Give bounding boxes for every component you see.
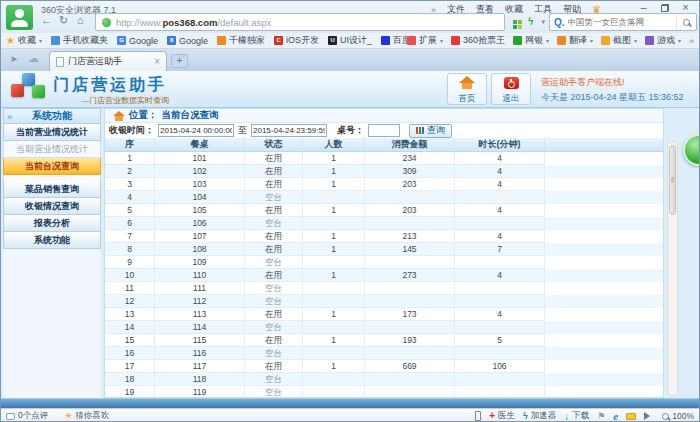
table-cell: 1	[105, 152, 155, 165]
sidebar-item-4[interactable]: 菜品销售查询	[3, 181, 101, 198]
status-left-1[interactable]: 猜你喜欢	[64, 410, 109, 422]
search-button[interactable]	[676, 14, 696, 30]
time-to-input[interactable]	[251, 124, 327, 137]
bookmark-label: 百度	[393, 34, 407, 47]
browser-titlebar: 360安全浏览器 7.1 » 文件查看收藏工具帮助 ♛ – × ← ↻ ⌂ ht…	[1, 1, 699, 33]
table-cell: 8	[105, 243, 155, 256]
table-cell	[365, 256, 455, 269]
toolbar-item-5[interactable]: 游戏▾	[645, 34, 681, 47]
tab-close-icon[interactable]: ×	[154, 56, 160, 67]
floating-ball-icon[interactable]	[683, 134, 700, 166]
table-cell: 14	[105, 321, 155, 334]
new-tab-button[interactable]: +	[171, 54, 188, 68]
apps-grid-icon[interactable]	[513, 20, 517, 24]
app-subtitle: ---门店营业数据实时查询	[81, 95, 169, 106]
scrollbar-thumb[interactable]	[669, 145, 676, 215]
sidebar-item-0[interactable]: 当前营业情况统计	[3, 124, 101, 141]
sidebar-item-1[interactable]: 当期营业情况统计	[3, 141, 101, 158]
toolbar-item-3[interactable]: 翻译▾	[557, 34, 593, 47]
table-row: 10110在用12734	[105, 269, 663, 282]
bookmark-0[interactable]: ★收藏▾	[6, 34, 42, 47]
table-cell: 在用	[245, 334, 303, 347]
search-engine-icon[interactable]: Q.	[554, 17, 565, 28]
table-cell: 173	[365, 308, 455, 321]
sidebar-item-7[interactable]: 系统功能	[3, 232, 101, 249]
bookmark-2[interactable]: GGoogle	[117, 36, 158, 46]
table-cell: 空台	[245, 256, 303, 269]
ticket-favicon	[451, 36, 460, 45]
table-cell: 110	[155, 269, 245, 282]
tab-store-assistant[interactable]: 门店营运助手 ×	[49, 51, 167, 71]
bookmark-3[interactable]: 8Google	[167, 36, 208, 46]
bookmark-5[interactable]: CiOS开发	[274, 34, 319, 47]
collapse-sidebar-icon[interactable]: »	[7, 110, 12, 124]
table-cell: 4	[455, 165, 545, 178]
query-button[interactable]: 查询	[409, 124, 452, 138]
chevron-down-icon[interactable]: ▼	[540, 19, 546, 25]
toolbar-item-0[interactable]: 扩展▾	[407, 34, 443, 47]
table-cell: 106	[155, 217, 245, 230]
table-cell: 空台	[245, 217, 303, 230]
status-right-5[interactable]	[613, 410, 618, 422]
doctor-cross-icon	[489, 411, 495, 421]
table-row: 12112空台	[105, 295, 663, 308]
table-header-row: 序餐桌状态人数消费金额时长(分钟)	[105, 138, 663, 152]
tab-list-icon[interactable]: ➤	[10, 54, 18, 64]
refresh-icon[interactable]: ↻	[59, 14, 68, 27]
user-avatar-icon[interactable]	[6, 5, 33, 30]
bookmark-label: 千橡独家	[229, 34, 265, 47]
qianxiang-favicon	[217, 36, 226, 45]
bookmark-7[interactable]: 百度	[381, 34, 407, 47]
status-right-0[interactable]	[475, 411, 481, 421]
table-cell	[303, 386, 365, 398]
exit-button[interactable]: 退出	[491, 73, 531, 105]
status-right-1[interactable]: 医生	[489, 410, 515, 422]
vertical-scrollbar[interactable]	[667, 141, 678, 396]
status-left-0[interactable]: 0个点评	[6, 410, 48, 422]
breadcrumb-label: 位置：	[129, 109, 158, 122]
lightning-icon[interactable]: ϟ	[528, 17, 533, 27]
status-right-2[interactable]: 加速器	[523, 410, 556, 422]
home-nav-icon[interactable]: ⌂	[77, 14, 84, 26]
table-cell: 7	[455, 243, 545, 256]
bookmark-1[interactable]: 手机收藏夹	[51, 34, 108, 47]
time-from-input[interactable]	[158, 124, 234, 137]
table-row: 11111空台	[105, 282, 663, 295]
table-cell: 16	[105, 347, 155, 360]
status-right-8[interactable]: 100%	[662, 411, 694, 421]
table-cell: 1	[303, 165, 365, 178]
toolbar-item-1[interactable]: 360抢票王	[451, 34, 505, 47]
status-right-7[interactable]	[644, 412, 654, 420]
bookmark-6[interactable]: UUI设计_	[328, 34, 372, 47]
table-cell: 112	[155, 295, 245, 308]
status-right-4[interactable]	[597, 411, 605, 421]
caret-down-icon: ▾	[634, 37, 637, 44]
table-cell	[455, 295, 545, 308]
toolbar-item-4[interactable]: 截图▾	[601, 34, 637, 47]
status-right-3[interactable]: 下载	[564, 410, 589, 422]
sidebar-item-6[interactable]: 报表分析	[3, 215, 101, 232]
ie-icon	[613, 410, 618, 422]
toolbar-item-2[interactable]: 网银▾	[513, 34, 549, 47]
table-no-input[interactable]	[368, 124, 400, 137]
search-input[interactable]	[568, 17, 676, 27]
home-button[interactable]: 首页	[447, 73, 487, 105]
status-right-6[interactable]	[626, 413, 636, 420]
column-header-2: 状态	[245, 138, 303, 151]
bookmark-4[interactable]: 千橡独家	[217, 34, 265, 47]
extensions-icon	[407, 36, 416, 45]
back-icon[interactable]: ←	[41, 14, 52, 26]
url-input[interactable]: http://www.pos368.com/default.aspx	[95, 13, 505, 31]
toolbar-item-6[interactable]: »	[689, 36, 694, 46]
table-cell	[303, 256, 365, 269]
home-icon	[459, 76, 475, 89]
status-label: 0个点评	[18, 410, 48, 422]
breadcrumb: 位置： 当前台况查询	[105, 109, 663, 123]
table-cell: 1	[303, 243, 365, 256]
bookmark-label: 手机收藏夹	[63, 34, 108, 47]
cloud-sync-icon[interactable]: ☁	[28, 52, 39, 65]
sidebar-item-5[interactable]: 收银情况查询	[3, 198, 101, 215]
table-cell: 空台	[245, 347, 303, 360]
to-label: 至	[238, 124, 247, 137]
phone-favicon	[51, 36, 60, 45]
